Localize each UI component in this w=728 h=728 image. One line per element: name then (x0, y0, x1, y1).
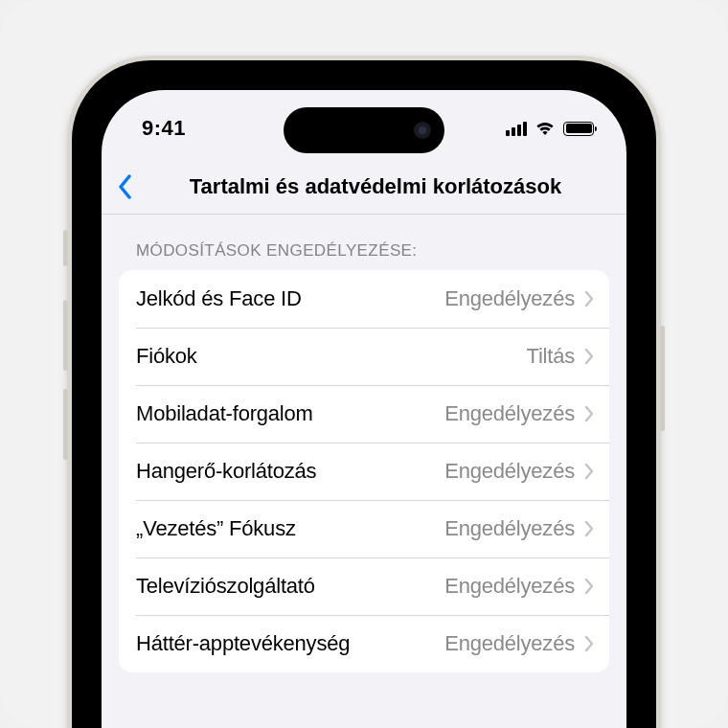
row-label: „Vezetés” Fókusz (136, 516, 444, 541)
row-driving-focus[interactable]: „Vezetés” Fókusz Engedélyezés (119, 500, 609, 557)
wifi-icon (535, 121, 556, 136)
row-value: Engedélyezés (444, 286, 575, 311)
status-time: 9:41 (142, 116, 186, 141)
stage: 9:41 (0, 0, 728, 728)
phone-bezel: 9:41 (80, 69, 648, 728)
chevron-right-icon (584, 463, 594, 480)
row-label: Mobiladat-forgalom (136, 401, 444, 426)
volume-up-button (63, 300, 68, 371)
status-bar: 9:41 (102, 90, 626, 159)
status-icons (506, 121, 594, 136)
section-header: MÓDOSÍTÁSOK ENGEDÉLYEZÉSE: (119, 215, 609, 270)
chevron-right-icon (584, 290, 594, 307)
row-label: Televíziószolgáltató (136, 574, 444, 599)
volume-down-button (63, 389, 68, 460)
screen: 9:41 (102, 90, 626, 728)
settings-list: Jelkód és Face ID Engedélyezés Fiókok Ti… (119, 270, 609, 672)
row-label: Fiókok (136, 344, 526, 369)
chevron-right-icon (584, 405, 594, 422)
battery-icon (563, 122, 594, 136)
row-value: Tiltás (526, 344, 575, 369)
row-passcode-faceid[interactable]: Jelkód és Face ID Engedélyezés (119, 270, 609, 328)
row-cellular-data[interactable]: Mobiladat-forgalom Engedélyezés (119, 385, 609, 443)
cellular-signal-icon (506, 122, 527, 136)
chevron-right-icon (584, 635, 594, 652)
chevron-right-icon (584, 348, 594, 365)
row-tv-provider[interactable]: Televíziószolgáltató Engedélyezés (119, 557, 609, 615)
row-accounts[interactable]: Fiókok Tiltás (119, 328, 609, 385)
chevron-left-icon (118, 174, 133, 199)
row-volume-limit[interactable]: Hangerő-korlátozás Engedélyezés (119, 443, 609, 500)
row-label: Jelkód és Face ID (136, 286, 444, 311)
row-value: Engedélyezés (444, 631, 575, 656)
silence-switch (63, 230, 68, 266)
row-background-app-activity[interactable]: Háttér-apptevékenység Engedélyezés (119, 615, 609, 672)
content-scroll[interactable]: MÓDOSÍTÁSOK ENGEDÉLYEZÉSE: Jelkód és Fac… (102, 215, 626, 672)
page-title: Tartalmi és adatvédelmi korlátozások (142, 174, 609, 199)
chevron-right-icon (584, 578, 594, 595)
row-label: Hangerő-korlátozás (136, 459, 444, 484)
row-value: Engedélyezés (444, 401, 575, 426)
back-button[interactable] (111, 168, 140, 206)
row-label: Háttér-apptevékenység (136, 631, 444, 656)
row-value: Engedélyezés (444, 574, 575, 599)
row-value: Engedélyezés (444, 516, 575, 541)
row-value: Engedélyezés (444, 459, 575, 484)
phone-frame: 9:41 (67, 56, 661, 728)
power-button (660, 326, 665, 431)
nav-header: Tartalmi és adatvédelmi korlátozások (102, 159, 626, 215)
chevron-right-icon (584, 520, 594, 537)
